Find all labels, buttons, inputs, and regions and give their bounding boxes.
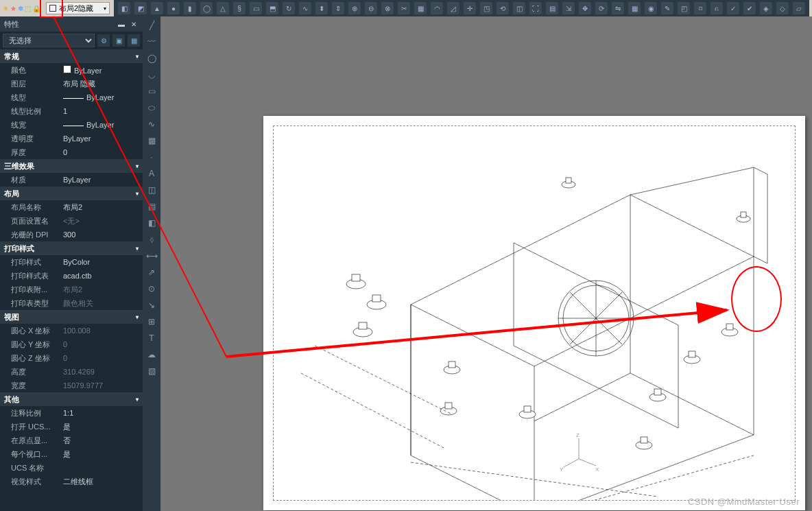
prop-show-origin[interactable]: 在原点显...否 (0, 433, 143, 447)
separate-icon[interactable]: ⎌ (710, 2, 723, 14)
prop-thickness[interactable]: 厚度0 (0, 145, 143, 159)
line-icon[interactable]: ╱ (145, 19, 158, 32)
loft-icon[interactable]: ⬍ (315, 2, 328, 14)
3dorbit-icon[interactable]: ⟲ (497, 2, 509, 14)
check-icon[interactable]: ✔ (743, 2, 756, 14)
3drotate-icon[interactable]: ⟳ (595, 2, 608, 14)
dim-radius-icon[interactable]: ⊙ (145, 283, 158, 295)
box-icon[interactable]: ◧ (118, 2, 130, 14)
section-layout[interactable]: 布局▾ (0, 187, 143, 200)
circle-icon[interactable]: ◯ (145, 52, 158, 64)
fillet-edge-icon[interactable]: ◠ (431, 2, 443, 14)
prop-center-x[interactable]: 圆心 X 坐标100.008 (0, 324, 143, 337)
polysolid-icon[interactable]: ▭ (250, 2, 262, 14)
clean-icon[interactable]: ✓ (727, 2, 739, 14)
prop-plot-table-type[interactable]: 打印表类型颜色相关 (0, 296, 143, 310)
section-plot[interactable]: 打印样式▾ (0, 241, 143, 255)
mirror3d-icon[interactable]: ⇋ (612, 2, 624, 14)
interfere-icon[interactable]: ◉ (645, 2, 657, 14)
cone-icon[interactable]: ▲ (151, 2, 163, 14)
prop-plot-style[interactable]: 打印样式ByColor (0, 255, 143, 269)
sweep-icon[interactable]: ∿ (299, 2, 311, 14)
prop-width[interactable]: 宽度15079.9777 (0, 379, 143, 392)
visual-styles-icon[interactable]: ◫ (513, 2, 525, 14)
select-objects-icon[interactable]: ▣ (112, 34, 125, 47)
prop-plot-style-table[interactable]: 打印样式表acad.ctb (0, 269, 143, 283)
leader-icon[interactable]: ↘ (145, 299, 158, 311)
lock-icon[interactable]: 🔒 (32, 3, 40, 14)
prop-visual-style[interactable]: 视觉样式二维线框 (0, 475, 143, 488)
revolve-icon[interactable]: ↻ (283, 2, 295, 14)
sun-icon[interactable]: ☀ (3, 3, 9, 14)
convtosurface-icon[interactable]: ◇ (776, 2, 789, 14)
text-icon[interactable]: A (145, 167, 158, 180)
close-panel-icon[interactable]: ✕ (129, 19, 139, 29)
prop-ltscale[interactable]: 线型比例1 (0, 104, 143, 118)
3dalign-icon[interactable]: ⇲ (562, 2, 575, 14)
intersect-icon[interactable]: ⊗ (381, 2, 394, 14)
prop-lineweight[interactable]: 线宽ByLayer (0, 118, 143, 132)
imprint-icon[interactable]: ⌑ (694, 2, 706, 14)
section-view[interactable]: 视图▾ (0, 310, 143, 324)
layout-dropdown[interactable]: 布局2隐藏 ▾ (46, 2, 110, 14)
arc-icon[interactable]: ◡ (145, 69, 158, 81)
spline-icon[interactable]: ∿ (145, 118, 158, 130)
ellipse-icon[interactable]: ⬭ (145, 102, 158, 114)
prop-per-viewport[interactable]: 每个视口...是 (0, 447, 143, 461)
sphere-icon[interactable]: ● (167, 2, 180, 14)
section-icon[interactable]: ⛶ (529, 2, 542, 14)
star-icon[interactable]: ★ (10, 3, 16, 14)
revision-cloud-icon[interactable]: ☁ (145, 348, 158, 361)
mtext-icon[interactable]: T (145, 332, 158, 344)
wedge-icon[interactable]: ◩ (134, 2, 147, 14)
dim-aligned-icon[interactable]: ⇗ (145, 266, 158, 278)
prop-plot-table-attach[interactable]: 打印表附...布局2 (0, 283, 143, 296)
helix-icon[interactable]: § (233, 2, 246, 14)
chamfer-edge-icon[interactable]: ◿ (447, 2, 459, 14)
point-icon[interactable]: · (145, 151, 158, 163)
prop-height[interactable]: 高度310.4269 (0, 365, 143, 379)
slice-icon[interactable]: ✂ (398, 2, 410, 14)
prop-transparency[interactable]: 透明度ByLayer (0, 132, 143, 145)
prop-page-setup[interactable]: 页面设置名<无> (0, 214, 143, 228)
selection-dropdown[interactable]: 无选择 (3, 34, 95, 47)
prop-material[interactable]: 材质ByLayer (0, 173, 143, 187)
convtosolid-icon[interactable]: ◈ (760, 2, 772, 14)
hatch-icon[interactable]: ▦ (145, 134, 158, 147)
table-draw-icon[interactable]: ▤ (145, 200, 158, 213)
prop-color[interactable]: 颜色ByLayer (0, 63, 143, 77)
layer-state-icon[interactable]: ⬚ (25, 3, 31, 14)
prop-linetype[interactable]: 线型ByLayer (0, 91, 143, 104)
3dmove-icon[interactable]: ✥ (579, 2, 591, 14)
solidedit-icon[interactable]: ✎ (661, 2, 673, 14)
prop-center-y[interactable]: 圆心 Y 坐标0 (0, 337, 143, 351)
prop-anno-scale[interactable]: 注释比例1:1 (0, 406, 143, 420)
section-3d[interactable]: 三维效果▾ (0, 159, 143, 173)
torus-icon[interactable]: ◯ (200, 2, 213, 14)
viewcube-icon[interactable]: ◳ (480, 2, 492, 14)
prop-raster-dpi[interactable]: 光栅的 DPI300 (0, 228, 143, 241)
prop-layout-name[interactable]: 布局名称布局2 (0, 200, 143, 214)
dim-linear-icon[interactable]: ⟷ (145, 250, 158, 262)
cylinder-icon[interactable]: ▮ (184, 2, 196, 14)
prop-ucs-name[interactable]: UCS 名称 (0, 461, 143, 475)
subtract-icon[interactable]: ⊖ (365, 2, 377, 14)
extrude-icon[interactable]: ⬒ (266, 2, 278, 14)
section-general[interactable]: 常规▾ (0, 49, 143, 63)
wipeout-icon[interactable]: ▧ (145, 365, 158, 377)
pyramid-icon[interactable]: △ (217, 2, 229, 14)
autohide-icon[interactable]: ▬ (117, 19, 126, 29)
array3d-icon[interactable]: ▦ (628, 2, 641, 14)
block-icon[interactable]: ◧ (145, 217, 158, 229)
prop-layer[interactable]: 图层布局 隐藏 (0, 77, 143, 91)
flatshot-icon[interactable]: ▤ (546, 2, 558, 14)
thicken-icon[interactable]: ▦ (414, 2, 427, 14)
section-misc[interactable]: 其他▾ (0, 392, 143, 406)
presspull-icon[interactable]: ⇕ (332, 2, 344, 14)
planesurf-icon[interactable]: ▱ (793, 2, 805, 14)
prop-center-z[interactable]: 圆心 Z 坐标0 (0, 351, 143, 365)
table-icon[interactable]: ⊞ (145, 316, 158, 328)
polyline-icon[interactable]: 〰 (145, 36, 158, 48)
region-icon[interactable]: ◫ (145, 184, 158, 196)
freeze-icon[interactable]: ❄ (18, 3, 23, 14)
